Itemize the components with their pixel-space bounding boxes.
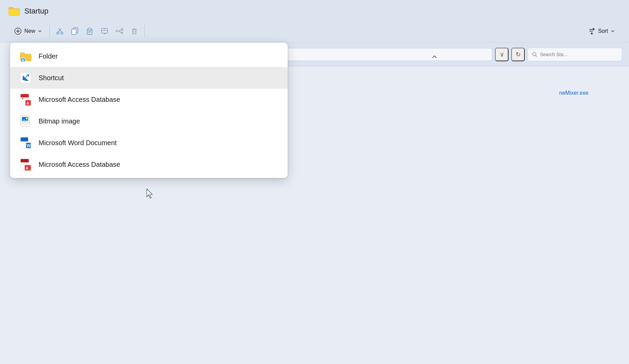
svg-point-28 <box>533 52 536 56</box>
address-chevron-button[interactable]: ∨ <box>495 48 509 61</box>
svg-rect-23 <box>133 29 136 34</box>
folder-icon <box>8 6 20 16</box>
shortcut-icon <box>20 72 32 84</box>
search-input[interactable] <box>540 52 608 57</box>
rename-icon <box>100 27 109 35</box>
file-name: neMixer.exe <box>559 90 588 96</box>
svg-rect-12 <box>88 28 91 30</box>
word-icon: W <box>20 137 32 149</box>
toolbar: New <box>0 20 629 43</box>
menu-item-access-db[interactable]: A A Microsoft Access Database <box>10 89 288 110</box>
svg-point-4 <box>61 32 63 34</box>
bitmap-label: Bitmap image <box>39 117 80 125</box>
plus-circle-icon <box>14 27 22 35</box>
menu-item-access-db2[interactable]: A Microsoft Access Database <box>10 154 288 175</box>
main-content: ∨ ↻ neMixer.exe <box>0 43 629 364</box>
separator-2 <box>144 25 145 37</box>
svg-text:A: A <box>26 101 29 105</box>
section-chevron-up-icon <box>431 53 438 60</box>
svg-point-3 <box>57 32 59 34</box>
bitmap-icon <box>20 115 32 127</box>
file-item[interactable]: neMixer.exe <box>559 90 588 96</box>
refresh-button[interactable]: ↻ <box>511 48 525 61</box>
new-chevron-icon <box>38 29 42 33</box>
svg-line-6 <box>60 30 62 32</box>
svg-rect-10 <box>72 29 76 35</box>
search-icon <box>532 52 537 57</box>
svg-point-44 <box>26 118 28 119</box>
menu-item-folder[interactable]: Folder <box>10 45 288 67</box>
menu-item-word[interactable]: W Microsoft Word Document <box>10 132 288 154</box>
svg-line-8 <box>60 28 61 30</box>
menu-item-shortcut[interactable]: Shortcut <box>10 67 288 89</box>
section-toggle-button[interactable] <box>426 50 443 64</box>
copy-button[interactable] <box>67 24 82 38</box>
svg-text:A: A <box>22 97 24 100</box>
paste-icon <box>86 27 94 35</box>
access-db-label: Microsoft Access Database <box>39 96 120 104</box>
folder-label: Folder <box>39 52 58 60</box>
menu-item-bitmap[interactable]: Bitmap image <box>10 110 288 132</box>
svg-line-29 <box>536 55 537 57</box>
paste-button[interactable] <box>82 24 97 38</box>
title-bar: Startup <box>0 0 629 20</box>
shortcut-label: Shortcut <box>39 74 64 82</box>
svg-line-5 <box>58 30 60 32</box>
new-button[interactable]: New <box>9 25 47 38</box>
page-title: Startup <box>24 7 48 16</box>
sort-label: Sort <box>598 28 608 34</box>
sort-button[interactable]: Sort <box>583 25 620 38</box>
svg-text:W: W <box>27 143 31 148</box>
new-dropdown-menu: Folder Shortcut <box>10 43 288 178</box>
svg-rect-34 <box>21 80 25 83</box>
share-button[interactable] <box>112 24 127 38</box>
refresh-icon: ↻ <box>516 51 521 58</box>
access-db2-label: Microsoft Access Database <box>39 161 120 168</box>
svg-line-7 <box>59 28 60 30</box>
address-chevron-icon: ∨ <box>500 51 504 58</box>
delete-icon <box>130 27 138 35</box>
separator-1 <box>49 25 50 37</box>
delete-button[interactable] <box>127 24 142 38</box>
svg-rect-55 <box>21 161 29 162</box>
access-red-icon: A <box>20 158 32 170</box>
svg-point-22 <box>116 30 118 32</box>
access-icon: A A <box>20 93 32 106</box>
copy-icon <box>71 27 79 35</box>
word-label: Microsoft Word Document <box>39 139 117 147</box>
search-box[interactable] <box>527 48 622 61</box>
new-label: New <box>24 28 35 34</box>
new-folder-icon <box>20 50 32 62</box>
cut-icon <box>56 27 64 35</box>
sort-icon <box>588 27 596 35</box>
cut-button[interactable] <box>52 24 67 38</box>
sort-chevron-icon <box>611 29 615 33</box>
rename-button[interactable] <box>97 24 112 38</box>
share-icon <box>115 27 123 35</box>
svg-rect-50 <box>21 140 28 141</box>
svg-text:A: A <box>26 166 28 170</box>
mouse-cursor <box>145 188 154 199</box>
